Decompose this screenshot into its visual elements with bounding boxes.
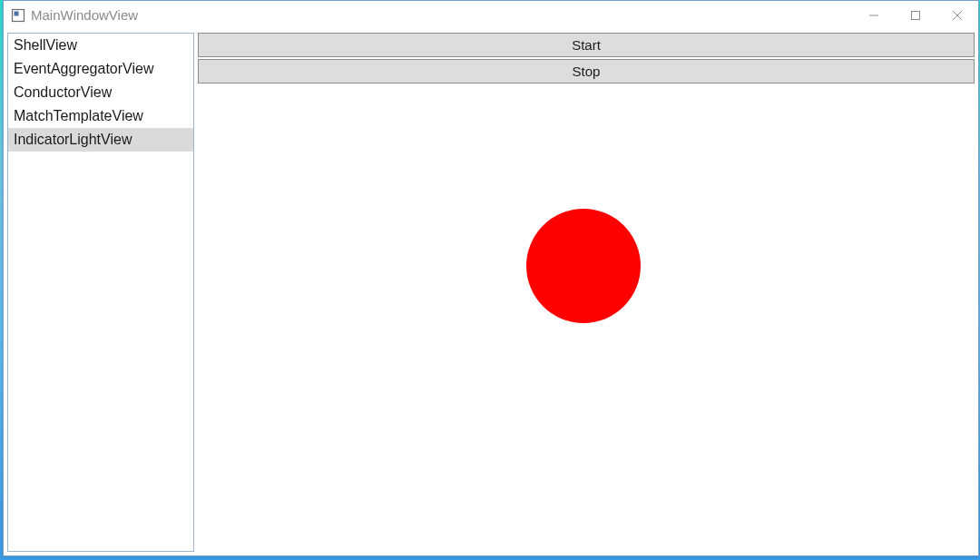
svg-rect-1 [15,11,19,15]
window-controls [853,1,978,29]
sidebar-item-label: EventAggregatorView [14,61,153,76]
start-button[interactable]: Start [198,33,975,57]
title-bar[interactable]: MainWindowView [4,1,978,29]
client-area: ShellView EventAggregatorView ConductorV… [4,29,978,555]
sidebar-item-label: MatchTemplateView [14,108,143,123]
main-panel: Start Stop [198,33,975,552]
sidebar-item-matchtemplateview[interactable]: MatchTemplateView [8,104,193,128]
sidebar-item-indicatorlightview[interactable]: IndicatorLightView [8,128,193,152]
stop-button[interactable]: Stop [198,59,975,84]
sidebar-item-label: IndicatorLightView [14,132,132,147]
view-list[interactable]: ShellView EventAggregatorView ConductorV… [7,33,194,552]
sidebar-item-eventaggregatorview[interactable]: EventAggregatorView [8,57,193,81]
application-window: MainWindowView ShellView EventAggre [3,0,979,556]
maximize-button[interactable] [895,1,936,29]
sidebar-item-shellview[interactable]: ShellView [8,34,193,57]
svg-rect-3 [912,11,920,19]
indicator-canvas [198,84,975,552]
minimize-button[interactable] [853,1,895,29]
sidebar-item-label: ConductorView [14,84,112,100]
button-row: Start Stop [198,33,975,84]
app-icon [11,8,25,23]
sidebar-item-conductorview[interactable]: ConductorView [8,81,193,104]
window-title: MainWindowView [31,7,138,23]
close-button[interactable] [936,1,978,29]
indicator-light [526,209,641,323]
sidebar-item-label: ShellView [14,37,77,53]
